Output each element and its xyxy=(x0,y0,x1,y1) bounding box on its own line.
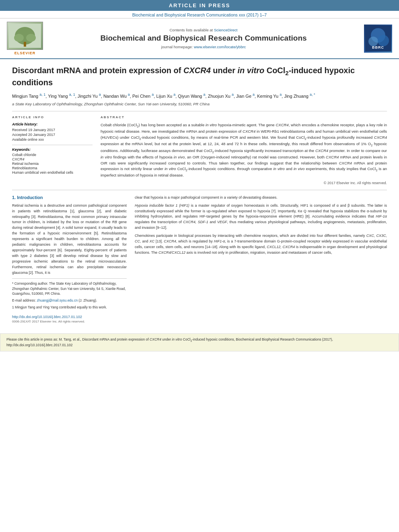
bbrc-logo: BBRC xyxy=(364,25,392,53)
footnote-equal-contribution: 1 Mingjun Tang and Ying Yang contributed… xyxy=(12,305,127,310)
journal-homepage-line: journal homepage: www.elsevier.com/locat… xyxy=(53,45,354,49)
introduction-section: 1. Introduction Retinal ischemia is a de… xyxy=(12,195,387,323)
accepted-date: Accepted 20 January 2017 xyxy=(12,133,93,137)
keyword-2: CXCR4 xyxy=(12,157,93,161)
article-in-press-banner: ARTICLE IN PRESS xyxy=(0,0,399,11)
elsevier-label: ELSEVIER xyxy=(14,51,36,55)
available-online: Available online xxx xyxy=(12,138,93,142)
header-center: Contents lists available at ScienceDirec… xyxy=(49,22,358,55)
footnote-email: E-mail address: zhuangj@mail.sysu.edu.cn… xyxy=(12,298,127,303)
abstract-heading: ABSTRACT xyxy=(101,115,387,119)
journal-ref-text: Biochemical and Biophysical Research Com… xyxy=(132,12,267,17)
cite-bar: Please cite this article in press as: M.… xyxy=(0,333,399,351)
svg-rect-4 xyxy=(24,42,26,47)
keyword-3: Retinal ischemia xyxy=(12,162,93,166)
keywords-label: Keywords: xyxy=(12,145,93,152)
journal-title: Biochemical and Biophysical Research Com… xyxy=(53,34,354,43)
footnote-section: * Corresponding author. The State Key La… xyxy=(12,278,127,312)
authors-line: Mingjun Tang a, 1, Ying Yang a, 1, Jingz… xyxy=(12,92,387,100)
svg-point-2 xyxy=(14,34,24,42)
history-label: Article history: xyxy=(12,122,93,126)
intro-right-para-3: Chemokines participate in biological pro… xyxy=(135,233,387,256)
issn-line: 0006-291X/© 2017 Elsevier Inc. All right… xyxy=(12,320,127,323)
article-info-heading: ARTICLE INFO xyxy=(12,115,93,119)
keyword-1: Cobalt chloride xyxy=(12,153,93,157)
divider-1 xyxy=(12,190,387,190)
article-content: Discordant mRNA and protein expression o… xyxy=(0,59,399,329)
keyword-5: Human umbilical vein endothelial cells xyxy=(12,170,93,175)
intro-left-col: 1. Introduction Retinal ischemia is a de… xyxy=(12,195,127,323)
elsevier-logo-area: ELSEVIER xyxy=(5,22,45,55)
footnote-corresponding: * Corresponding author. The State Key La… xyxy=(12,281,127,296)
doi-link[interactable]: http://dx.doi.org/10.1016/j.bbrc.2017.01… xyxy=(12,315,127,319)
abstract-text: Cobalt chloride (CoCl2) has long been ac… xyxy=(101,122,387,179)
elsevier-logo-image xyxy=(7,22,43,50)
sciencedirect-link[interactable]: ScienceDirect xyxy=(214,28,238,32)
article-title: Discordant mRNA and protein expression o… xyxy=(12,65,387,88)
article-info-col: ARTICLE INFO Article history: Received 1… xyxy=(12,115,93,185)
svg-point-8 xyxy=(378,35,389,46)
svg-point-3 xyxy=(26,34,36,42)
email-link[interactable]: zhuangj@mail.sysu.edu.cn xyxy=(37,298,78,302)
keyword-4: Retinoblastoma xyxy=(12,166,93,170)
page: ARTICLE IN PRESS Biochemical and Biophys… xyxy=(0,0,399,532)
journal-ref-line: Biochemical and Biophysical Research Com… xyxy=(0,11,399,18)
banner-text: ARTICLE IN PRESS xyxy=(169,2,230,8)
intro-right-col: clear that hypoxia is a major pathologic… xyxy=(135,195,387,323)
sciencedirect-line: Contents lists available at ScienceDirec… xyxy=(53,28,354,32)
article-info-abstract-section: ARTICLE INFO Article history: Received 1… xyxy=(12,111,387,185)
affiliation-line: a State Key Laboratory of Ophthalmology,… xyxy=(12,102,387,106)
journal-homepage-link[interactable]: www.elsevier.com/locate/ybbrc xyxy=(194,45,246,49)
intro-right-para-2: Hypoxia inducible factor 1 (HIF1) is a m… xyxy=(135,203,387,231)
received-date: Received 19 January 2017 xyxy=(12,128,93,132)
svg-point-7 xyxy=(368,37,378,46)
svg-text:BBRC: BBRC xyxy=(372,45,384,49)
intro-heading: 1. Introduction xyxy=(12,195,127,200)
copyright-line: © 2017 Elsevier Inc. All rights reserved… xyxy=(101,181,387,185)
intro-para-1: Retinal ischemia is a destructive and co… xyxy=(12,203,127,276)
abstract-col: ABSTRACT Cobalt chloride (CoCl2) has lon… xyxy=(101,115,387,185)
doi-section: http://dx.doi.org/10.1016/j.bbrc.2017.01… xyxy=(12,315,127,323)
header-section: ELSEVIER Contents lists available at Sci… xyxy=(0,18,399,59)
bbrc-logo-area: BBRC xyxy=(362,22,394,55)
intro-right-para-1: clear that hypoxia is a major pathologic… xyxy=(135,195,387,201)
